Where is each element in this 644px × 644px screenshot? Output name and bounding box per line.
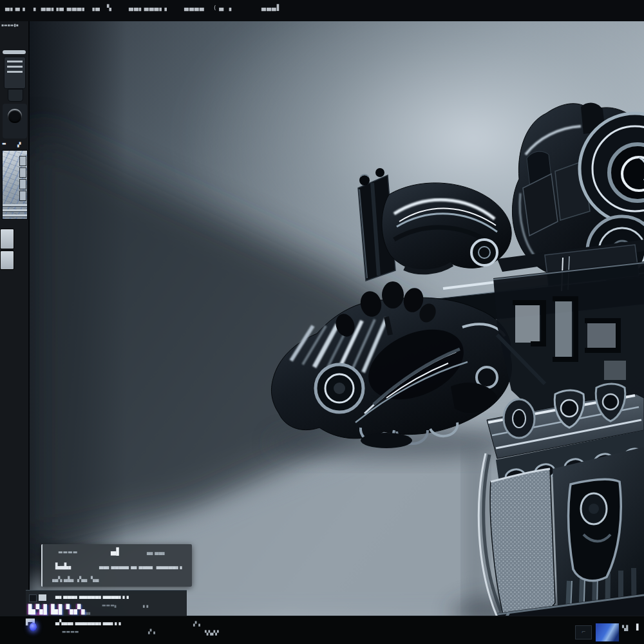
status-bar: ▛▜ ▄▚▄▄▖▄▄▄▄▄▄▖▄▄▖▖▖ ▬▬▬▬ ▞▗ ▞▗ ▚▚▞▞ ⌐ ▚… <box>0 616 644 644</box>
status-mid-mark: ▞▗ <box>193 621 200 627</box>
status-mark-b: ▚▚▞▞ <box>205 630 219 636</box>
popup-row2-label[interactable]: ▙▄▙▖ <box>55 563 73 569</box>
thumbnail-side-button[interactable] <box>19 179 26 189</box>
status-mark-a: ▞▗ <box>148 629 155 634</box>
menu-item-4[interactable]: ▗▄ <box>90 5 100 11</box>
tool-tab[interactable] <box>8 89 23 102</box>
status-blue-thumbnail[interactable] <box>595 623 620 642</box>
thumbnail-side-button[interactable] <box>19 191 26 201</box>
lower-panel-sub: ▬▬▬▖ <box>102 603 118 608</box>
selection-label: ▙▚▌▙▌▚▞▖ <box>28 604 89 614</box>
toolbar-light-button-2[interactable] <box>0 251 14 270</box>
lower-panel-tick: ▖▖ <box>143 603 150 608</box>
left-toolbar: ▪▬▪▬▮▪ ▬ ▞ <box>0 21 30 616</box>
floating-panel: ▬▬▬▬ ▄▌ ▄▖▄▄▖ ▙▄▙▖ ▄▄▖▄▄▄▄▖▄▖▄▄▄▖ ▄▄▄▄▄▖… <box>41 544 192 587</box>
thumbnail-ridge <box>3 214 27 216</box>
toolbar-mark-b: ▞ <box>17 142 21 147</box>
menu-item-5[interactable]: ▚ <box>107 5 112 11</box>
popup-row1-label[interactable]: ▬▬▬▬ <box>58 549 77 555</box>
menu-item-2[interactable]: ▖ ▄▄▖ <box>33 5 57 11</box>
toolbar-light-button-1[interactable] <box>0 229 14 249</box>
status-right-mark-a[interactable]: ▚▌ <box>622 625 630 631</box>
panel-chip-dark[interactable] <box>29 594 37 602</box>
menu-item-6[interactable]: ▄▄▖▄▄▄▖▖ <box>129 5 169 11</box>
status-text-b: ▬▬▬▬ <box>62 629 79 634</box>
toolbar-highlight-strip <box>3 50 26 54</box>
material-knob-group <box>3 104 27 138</box>
popup-row1-icon[interactable]: ▄▌ <box>111 547 122 556</box>
toolbar-label: ▪▬▪▬▮▪ <box>1 23 19 27</box>
menu-item-1[interactable]: ▄▖▄▗ <box>5 5 26 11</box>
menu-bar: ▄▖▄▗ ▖ ▄▄▖ ▗▄ ▄▄▄▖ ▗▄ ▚ ▄▄▖▄▄▄▖▖ ▄▄▄▄ ( … <box>0 0 644 21</box>
thumbnail-ridge <box>3 204 27 206</box>
menu-item-7[interactable]: ▄▄▄▄ <box>184 5 205 11</box>
thumbnail-side-button[interactable] <box>19 156 26 166</box>
popup-row1-value[interactable]: ▄▖▄▄▖ <box>147 549 167 555</box>
menu-item-8[interactable]: ( ▄ ▗ <box>214 5 232 11</box>
popup-row3-buttons[interactable]: ▗▄▚ ▄▙▖ ▞▄▖ ▚▄ <box>50 576 99 582</box>
tool-button-stack[interactable] <box>4 57 26 89</box>
status-blue-indicator[interactable] <box>30 623 37 631</box>
menu-item-9[interactable]: ▄▄▄▌ <box>261 5 282 11</box>
status-right-mark-b: ▌ <box>636 624 641 630</box>
lower-panel-header[interactable]: ▄▖▄▄▄▖▄▄▄▄▄▖▄▄▄▄▖▖▖ <box>55 593 131 599</box>
toolbar-mark-a: ▬ <box>2 141 6 146</box>
viewport-canvas[interactable] <box>30 21 644 616</box>
app-window: ▄▖▄▗ ▖ ▄▄▖ ▗▄ ▄▄▄▖ ▗▄ ▚ ▄▄▖▄▄▄▖▖ ▄▄▄▄ ( … <box>0 0 644 644</box>
material-sphere-icon[interactable] <box>8 109 22 123</box>
popup-row2-value[interactable]: ▄▄▖▄▄▄▄▖▄▖▄▄▄▖ ▄▄▄▄▄▖▖ <box>99 564 184 569</box>
thumbnail-ridge <box>3 209 27 211</box>
menu-item-3[interactable]: ▗▄ ▄▄▄▖ <box>54 5 87 11</box>
status-square-button[interactable]: ⌐ <box>575 625 592 639</box>
status-text-a: ▄▚▄▄▖▄▄▄▄▄▄▖▄▄▖▖▖ <box>55 620 123 625</box>
panel-chip-light[interactable] <box>39 594 46 601</box>
texture-preview-thumbnail[interactable] <box>2 150 28 220</box>
thumbnail-side-button[interactable] <box>19 167 26 178</box>
